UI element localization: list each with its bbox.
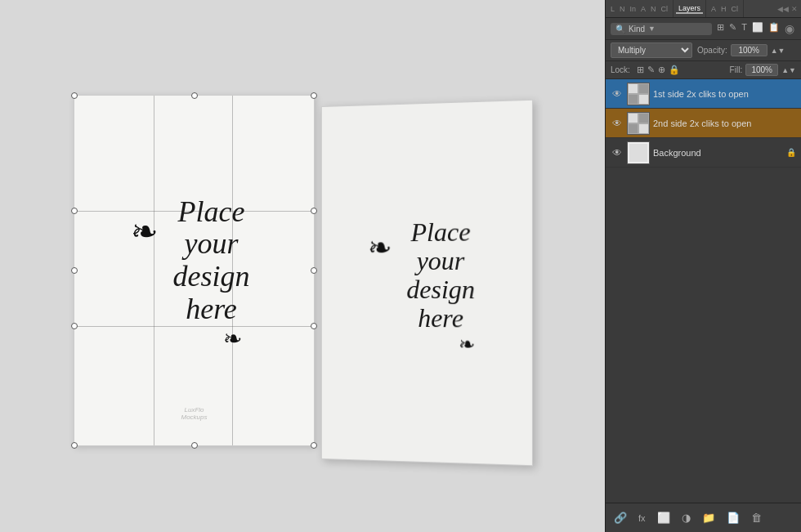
thumb-cell-br	[638, 94, 649, 105]
left-text-line3: design	[173, 260, 250, 293]
fill-stepper[interactable]: ▲▼	[781, 66, 796, 74]
tab-l[interactable]: L	[608, 5, 617, 13]
opacity-input[interactable]	[731, 44, 767, 56]
layers-panel: L N In A N Cl Layers A H Cl ◀◀ ✕ 🔍 Kind …	[605, 0, 801, 532]
thumb-cell2-tr	[638, 113, 649, 123]
layer-thumbnail-1	[627, 83, 650, 105]
filter-pixel-icon[interactable]: ⊞	[715, 21, 726, 36]
left-design-text: Place your design here	[165, 188, 258, 333]
handle-mr1[interactable]	[311, 208, 317, 214]
fill-label: Fill:	[730, 65, 743, 74]
visibility-icon-3[interactable]: 👁	[611, 146, 624, 159]
search-row: 🔍 Kind ▼ ⊞ ✎ T ⬜ 📋 ◉	[606, 18, 801, 40]
mockup-container: ❧ Place your design here ❧ LuxFlo Mockup…	[65, 78, 539, 471]
lock-row: Lock: ⊞ ✎ ⊕ 🔒 Fill: ▲▼	[606, 61, 801, 79]
lock-all-icon[interactable]: 🔒	[669, 65, 680, 75]
tab-h[interactable]: H	[718, 5, 729, 13]
layer-lock-icon-3: 🔒	[786, 148, 796, 157]
collapse-btn-1[interactable]: ◀◀	[777, 5, 789, 13]
layer-name-2: 2nd side 2x cliks to open	[653, 118, 796, 128]
tab-group-layers: Layers	[673, 0, 706, 17]
search-kind-label: Kind	[629, 25, 645, 34]
right-page: ❧ Place your design here ❧	[321, 99, 533, 465]
tab-a1[interactable]: A	[638, 5, 648, 13]
opacity-row: Opacity: ▲▼	[697, 44, 785, 56]
right-text-line4: here	[418, 303, 463, 333]
delete-layer-icon[interactable]: 🗑	[748, 510, 765, 525]
search-magnifier-icon: 🔍	[615, 25, 625, 34]
left-page-content: ❧ Place your design here ❧	[131, 188, 258, 352]
watermark-line1: LuxFlo	[184, 406, 204, 414]
collapse-icons: ◀◀ ✕	[777, 5, 801, 13]
handle-ml1[interactable]	[71, 208, 78, 214]
tab-a2[interactable]: A	[709, 5, 718, 13]
filter-adjust-icon[interactable]: ✎	[727, 21, 738, 36]
search-filter-icons: ⊞ ✎ T ⬜ 📋 ◉	[715, 21, 796, 36]
visibility-icon-1[interactable]: 👁	[611, 87, 624, 101]
tab-group-left: L N In A N Cl	[606, 0, 673, 17]
opacity-label: Opacity:	[697, 46, 727, 55]
watermark-line2: Mockups	[181, 414, 207, 421]
canvas-area: ❧ Place your design here ❧ LuxFlo Mockup…	[0, 0, 605, 532]
search-box: 🔍 Kind ▼	[611, 23, 712, 35]
thumb-cell2-bl	[628, 123, 638, 134]
layer-name-3: Background	[653, 148, 783, 158]
handle-tc[interactable]	[191, 92, 198, 99]
handle-br[interactable]	[311, 442, 317, 449]
fill-section: Fill: ▲▼	[730, 64, 796, 76]
handle-ml[interactable]	[71, 267, 78, 274]
handle-tr[interactable]	[311, 92, 317, 99]
fx-icon[interactable]: fx	[635, 512, 649, 525]
left-text-line4: here	[186, 293, 237, 325]
lock-pixels-icon[interactable]: ⊞	[637, 65, 644, 75]
right-text-line2: your	[417, 245, 465, 275]
link-layers-icon[interactable]: 🔗	[611, 510, 630, 525]
filter-toggle[interactable]: ◉	[783, 21, 796, 36]
tab-cl1[interactable]: Cl	[659, 5, 671, 13]
adjustment-icon[interactable]: ◑	[678, 510, 694, 525]
layer-name-1: 1st side 2x cliks to open	[653, 89, 796, 99]
thumb-cell2-tl	[628, 113, 638, 123]
layer-thumbnail-3	[627, 141, 650, 164]
lock-label: Lock:	[611, 65, 630, 74]
tab-layers[interactable]: Layers	[676, 4, 703, 14]
new-layer-icon[interactable]: 📄	[723, 510, 743, 525]
filter-shape-icon[interactable]: ⬜	[750, 21, 765, 36]
fill-input[interactable]	[745, 64, 778, 76]
tab-cl2[interactable]: Cl	[729, 5, 741, 13]
layer-thumbnail-2	[627, 112, 650, 135]
left-text-line1: Place	[178, 195, 245, 228]
handle-mr2[interactable]	[311, 323, 317, 329]
thumb-cell-bl	[628, 94, 638, 105]
filter-smart-icon[interactable]: 📋	[767, 21, 781, 36]
handle-bl[interactable]	[71, 442, 78, 449]
handle-bc[interactable]	[191, 442, 198, 449]
panel-bottom-toolbar: 🔗 fx ⬜ ◑ 📁 📄 🗑	[606, 503, 801, 532]
add-mask-icon[interactable]: ⬜	[654, 510, 673, 525]
tab-group-right: A H Cl	[706, 0, 744, 17]
lock-position-icon[interactable]: ✎	[647, 65, 655, 75]
tab-in[interactable]: In	[628, 5, 639, 13]
layer-item-background[interactable]: 👁 Background 🔒	[606, 138, 801, 168]
opacity-stepper[interactable]: ▲▼	[771, 47, 785, 55]
left-page: ❧ Place your design here ❧ LuxFlo Mockup…	[74, 95, 315, 446]
blend-row: Multiply Normal Screen Overlay Opacity: …	[606, 40, 801, 61]
tab-n1[interactable]: N	[617, 5, 628, 13]
visibility-icon-2[interactable]: 👁	[611, 117, 624, 130]
blend-mode-select[interactable]: Multiply Normal Screen Overlay	[611, 42, 692, 58]
filter-type-icon[interactable]: T	[740, 21, 749, 36]
handle-ml2[interactable]	[71, 323, 78, 329]
collapse-btn-2[interactable]: ✕	[791, 5, 798, 13]
right-text-line1: Place	[411, 216, 471, 246]
handle-mr[interactable]	[311, 267, 317, 274]
left-text-line2: your	[185, 227, 239, 260]
search-dropdown-arrow[interactable]: ▼	[648, 25, 656, 33]
lock-icons: ⊞ ✎ ⊕ 🔒	[637, 65, 680, 75]
new-group-icon[interactable]: 📁	[699, 510, 718, 525]
tab-n2[interactable]: N	[648, 5, 659, 13]
layer-item-1[interactable]: 👁 1st side 2x cliks to open	[606, 79, 801, 109]
lock-artboards-icon[interactable]: ⊕	[658, 65, 665, 75]
layer-item-2[interactable]: 👁 2nd side 2x cliks to open	[606, 109, 801, 138]
thumb-cell2-br	[638, 123, 649, 134]
handle-tl[interactable]	[71, 92, 78, 99]
